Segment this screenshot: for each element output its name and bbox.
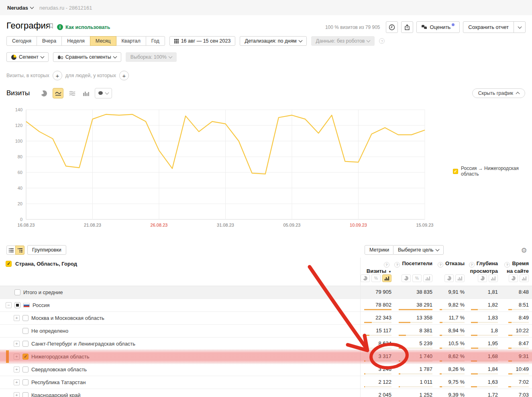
- period-tab-Квартал[interactable]: Квартал: [116, 36, 146, 46]
- metric-control-bar[interactable]: [489, 274, 498, 282]
- row-label[interactable]: Нижегородская область: [31, 354, 90, 360]
- metric-control-bar[interactable]: [382, 274, 391, 282]
- expand-button[interactable]: +: [14, 379, 20, 385]
- row-label[interactable]: Краснодарский край: [31, 392, 80, 397]
- metric-control-percent[interactable]: %: [412, 274, 422, 282]
- metric-control-percent[interactable]: %: [371, 274, 381, 282]
- chart-type-columns-button[interactable]: [81, 88, 92, 98]
- metric-control-pie[interactable]: [361, 274, 370, 282]
- row-label[interactable]: Россия: [33, 302, 50, 308]
- row-checkbox[interactable]: [22, 341, 29, 347]
- chart-type-pie-button[interactable]: [39, 88, 49, 98]
- table-row[interactable]: +Республика Татарстан2 1221 0119,75 %1,6…: [0, 376, 532, 389]
- expand-button[interactable]: +: [14, 354, 20, 360]
- rate-button[interactable]: Оценить: [416, 21, 460, 33]
- save-report-button[interactable]: Сохранить отчет: [463, 21, 514, 33]
- row-checkbox[interactable]: [14, 302, 20, 308]
- row-label[interactable]: Итого и средние: [23, 289, 63, 295]
- row-label[interactable]: Москва и Московская область: [31, 315, 104, 321]
- dimension-checkbox[interactable]: ✓: [6, 261, 12, 267]
- chart-type-stacked-button[interactable]: [67, 88, 77, 98]
- collapse-button[interactable]: −: [6, 302, 12, 308]
- expand-button[interactable]: +: [14, 366, 20, 372]
- compare-segments-dropdown[interactable]: Сравнить сегменты: [53, 52, 121, 62]
- table-row[interactable]: +Санкт-Петербург и Ленинградская область…: [0, 337, 532, 350]
- export-button[interactable]: [401, 21, 413, 33]
- metric-control-pie[interactable]: [444, 274, 454, 282]
- table-row[interactable]: +Не определено15 1178 3818,94 %1,810:22: [0, 324, 532, 337]
- date-range-button[interactable]: 16 авг — 15 сен 2023: [169, 36, 236, 46]
- metric-bar: [508, 360, 512, 362]
- period-tab-Год[interactable]: Год: [146, 36, 165, 46]
- period-tab-Вчера[interactable]: Вчера: [37, 36, 62, 46]
- pie-icon: [11, 55, 16, 60]
- bookmark-icon[interactable]: [49, 23, 53, 29]
- metric-control-pie[interactable]: [509, 274, 518, 282]
- detailing-dropdown[interactable]: Детализация: по дням: [240, 36, 306, 46]
- metric-control-bar[interactable]: [455, 274, 465, 282]
- column-header-1[interactable]: ?Визиты▼: [361, 260, 391, 275]
- metric-control-pie[interactable]: [478, 274, 487, 282]
- column-header-5[interactable]: ?Время на сайте: [498, 260, 529, 274]
- table-row[interactable]: +Москва и Московская область22 34313 358…: [0, 311, 532, 324]
- hide-chart-button[interactable]: Скрыть график: [472, 88, 525, 98]
- table-row[interactable]: +✓Нижегородская область3 3171 7408,62 %1…: [0, 350, 532, 363]
- save-report-dropdown[interactable]: [514, 21, 526, 33]
- table-row[interactable]: +Итого и средние79 90538 8359,91 %1,818:…: [0, 286, 532, 299]
- segment-dropdown[interactable]: Сегмент: [6, 52, 49, 62]
- help-icon[interactable]: ?: [379, 38, 385, 44]
- view-toggle-list[interactable]: [6, 246, 16, 255]
- metric-value: 1 740: [419, 353, 432, 359]
- expand-button[interactable]: +: [14, 392, 20, 397]
- period-tab-Неделя[interactable]: Неделя: [61, 36, 90, 46]
- sampling-dropdown[interactable]: Выборка: 100%: [126, 52, 177, 62]
- annotations-button[interactable]: [95, 88, 112, 98]
- row-checkbox[interactable]: [14, 289, 20, 295]
- row-label[interactable]: Свердловская область: [31, 366, 87, 372]
- metric-cell: 8:51: [498, 299, 529, 311]
- expand-button[interactable]: +: [14, 341, 20, 347]
- row-label[interactable]: Республика Татарстан: [31, 379, 86, 385]
- data-mode-dropdown[interactable]: Данные: без роботов: [311, 36, 375, 46]
- row-checkbox[interactable]: [22, 392, 29, 397]
- period-tab-Сегодня[interactable]: Сегодня: [6, 36, 37, 46]
- metric-control-pie[interactable]: [402, 274, 411, 282]
- groupings-button[interactable]: Группировки: [27, 245, 66, 255]
- history-button[interactable]: [386, 21, 398, 33]
- add-visits-filter-button[interactable]: +: [53, 71, 62, 80]
- column-header-label: Отказы: [445, 260, 465, 266]
- legend-checkbox[interactable]: ✓: [453, 169, 458, 174]
- view-toggle-tree[interactable]: [15, 246, 24, 255]
- metric-bar-track: [508, 386, 529, 387]
- metrics-button[interactable]: Метрики: [365, 245, 394, 255]
- metric-cell: 22 343: [361, 312, 391, 324]
- row-checkbox[interactable]: [22, 379, 29, 385]
- metric-value: 1,68: [488, 353, 498, 359]
- settings-gear-button[interactable]: ⚙: [520, 246, 528, 255]
- how-to-use-link[interactable]: Как использовать: [65, 25, 110, 30]
- table-row[interactable]: −Россия78 80238 2919,82 %1,828:51: [0, 299, 532, 311]
- column-header-4[interactable]: ?Глубина просмотра: [465, 260, 498, 274]
- goal-selector[interactable]: Выберите цель: [393, 245, 444, 255]
- metric-bar-track: [471, 335, 498, 336]
- row-checkbox[interactable]: [22, 315, 29, 321]
- chart-type-line-button[interactable]: [53, 88, 63, 98]
- table-row[interactable]: +Краснодарский край2 0451 2529,39 %1,727…: [0, 389, 532, 397]
- metric-control-bar[interactable]: [423, 274, 432, 282]
- row-checkbox[interactable]: [22, 366, 29, 372]
- metric-control-bar[interactable]: [520, 274, 529, 282]
- row-checkbox[interactable]: ✓: [22, 354, 29, 360]
- row-label[interactable]: Санкт-Петербург и Ленинградская область: [31, 341, 135, 347]
- chat-icon: [422, 25, 427, 30]
- column-header-3[interactable]: ?Отказы: [432, 260, 465, 268]
- add-people-filter-button[interactable]: +: [119, 71, 129, 80]
- table-row[interactable]: +Свердловская область3 2461 7878,26 %1,8…: [0, 363, 532, 376]
- expand-button[interactable]: +: [14, 315, 20, 321]
- row-checkbox[interactable]: [22, 328, 29, 334]
- column-header-2[interactable]: ?Посетители: [392, 260, 432, 268]
- account-switcher[interactable]: Nerudas: [7, 0, 33, 15]
- period-tab-Месяц[interactable]: Месяц: [90, 36, 116, 46]
- row-label[interactable]: Не определено: [31, 328, 68, 334]
- question-icon: ?: [394, 262, 400, 268]
- metric-bar-track: [440, 360, 465, 362]
